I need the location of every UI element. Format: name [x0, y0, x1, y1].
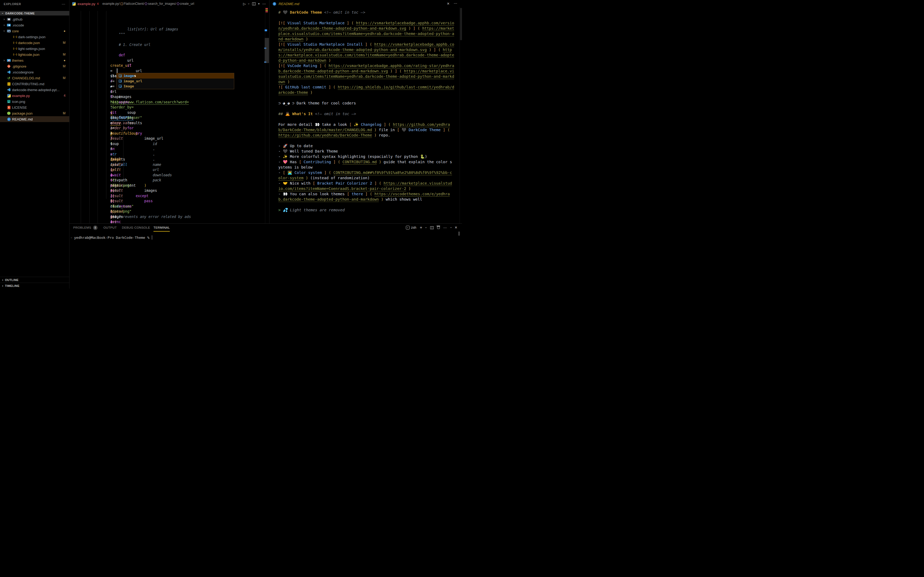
code-token: def — [110, 53, 127, 57]
file-row[interactable]: LICENSE — [0, 105, 69, 110]
scrollbar-slider[interactable] — [265, 38, 269, 63]
md-token: ( — [418, 26, 420, 31]
terminal-prompt-line[interactable]: ○ yedhrab@MacBook-Pro DarkCode-Theme % — [71, 235, 152, 240]
md-token: ) — [306, 37, 308, 41]
method-symbol-icon — [176, 2, 179, 5]
suggestion-item[interactable]: Image — [116, 84, 234, 89]
file-row[interactable]: .gitignore M — [0, 63, 69, 69]
code-line: list[str]: Url of images — [69, 11, 269, 16]
md-token: ![ — [278, 85, 283, 89]
editor-tab-label[interactable]: example.py — [78, 2, 95, 6]
suggestion-item[interactable]: images — [116, 73, 234, 79]
file-name: darkcode.json — [18, 41, 40, 45]
chevron-icon: › — [2, 30, 6, 32]
outline-label: OUTLINE — [5, 278, 18, 282]
markdown-line: [![ VsCode Rating ] ( https://vsmarketpl… — [278, 63, 454, 84]
md-token: ( — [447, 128, 450, 132]
file-row[interactable]: dark-settings.json — [0, 34, 69, 40]
file-row[interactable]: › .github — [0, 16, 69, 22]
file-row[interactable]: CHANGELOG.md M — [0, 75, 69, 81]
code-area[interactable]: list[str]: Url of images """ # 1. Create… — [69, 11, 269, 223]
chevron-right-icon: › — [2, 278, 3, 282]
md-token: ( — [370, 192, 372, 196]
run-python-file-icon[interactable]: ▷ — [243, 2, 246, 6]
code-token: list[str]: Url of images — [110, 27, 178, 31]
license-icon — [7, 105, 11, 110]
md-token: - 👀 You can also look themes — [278, 192, 347, 196]
file-row[interactable]: light-settings.json — [0, 46, 69, 52]
markdown-content[interactable]: # 🖤 DarkCode Theme <!— omit in toc —> [!… — [278, 10, 454, 218]
shell-name[interactable]: zsh — [411, 226, 416, 229]
breadcrumb-file[interactable]: example.py/ — [102, 2, 120, 6]
terminal-dropdown-chevron-icon[interactable]: › — [425, 227, 428, 228]
file-row[interactable]: › themes ● — [0, 57, 69, 63]
suggestion-label: image_url — [124, 79, 142, 83]
preview-tab-label[interactable]: README.md — [279, 2, 299, 6]
md-token: ( — [370, 42, 372, 47]
breadcrumb[interactable]: example.py/ FlatIconClient/ search_for_i… — [102, 2, 194, 6]
split-editor-icon[interactable] — [252, 2, 255, 5]
scrollbar-slider[interactable] — [460, 8, 462, 40]
breadcrumb-method[interactable]: search_for_images/ — [148, 2, 176, 6]
panel-tab[interactable]: DEBUG CONSOLE — [122, 224, 150, 232]
file-row[interactable]: .vscodeignore — [0, 69, 69, 75]
file-name: icon.png — [12, 100, 25, 104]
md-token: ] — [384, 122, 386, 127]
timeline-section[interactable]: › TIMELINE — [0, 283, 69, 288]
md-token: ) — [288, 80, 290, 84]
close-panel-icon[interactable]: × — [455, 225, 457, 230]
markdown-line: ⊃ ◕_◕ ⊃ Dark theme for cool coders — [278, 100, 454, 106]
code-token: try — [110, 131, 142, 135]
close-icon[interactable]: × — [447, 2, 449, 6]
image-icon — [7, 99, 11, 104]
split-terminal-icon[interactable] — [430, 226, 434, 229]
warning-marker — [265, 10, 268, 11]
file-row[interactable]: package.json M — [0, 110, 69, 116]
panel-more-icon[interactable]: ⋯ — [443, 226, 447, 230]
file-row[interactable]: darkcode.json M — [0, 40, 69, 46]
file-row[interactable]: darkcode-theme-adopted-pyt... — [0, 87, 69, 93]
code-token: # 1. Create url — [110, 43, 150, 47]
suggestion-variable-icon — [119, 80, 122, 82]
run-dropdown-chevron-icon[interactable]: › — [247, 3, 250, 4]
json-icon — [13, 52, 17, 56]
file-row[interactable]: › core ● — [0, 28, 69, 34]
code-token — [110, 105, 127, 109]
md-token: ( — [388, 122, 391, 127]
file-name: .github — [12, 18, 23, 21]
maximize-panel-icon[interactable]: › — [449, 227, 452, 228]
panel-tab[interactable]: OUTPUT — [103, 224, 117, 232]
file-name: package.json — [12, 111, 32, 115]
md-token: # — [278, 10, 283, 15]
info-icon — [272, 2, 276, 6]
terminal-shell-icon[interactable] — [406, 226, 410, 229]
file-row[interactable]: lightcode.json M — [0, 52, 69, 57]
chevron-icon: › — [3, 23, 6, 27]
code-token: images — [110, 215, 123, 219]
md-token: [![ — [278, 64, 285, 68]
editor-more-icon[interactable]: ⋯ — [262, 2, 266, 6]
md-token: ] — [329, 85, 331, 89]
outline-section[interactable]: › OUTLINE — [0, 277, 69, 283]
md-token: 👨‍💻 Color system — [288, 171, 322, 175]
file-row[interactable]: CONTRIBUTING.md — [0, 81, 69, 87]
file-row[interactable]: example.py 4 — [0, 93, 69, 98]
md-token: ) — [381, 197, 383, 201]
preview-more-icon[interactable]: ⋯ — [454, 2, 457, 6]
file-row[interactable]: icon.png — [0, 98, 69, 105]
explorer-more-icon[interactable]: ⋯ — [61, 2, 66, 6]
unsaved-dot-icon[interactable]: ● — [258, 2, 260, 5]
kill-terminal-icon[interactable] — [437, 226, 440, 229]
file-row[interactable]: README.md — [0, 116, 69, 122]
panel-tab[interactable]: TERMINAL — [153, 224, 170, 232]
breadcrumb-method[interactable]: create_url — [180, 2, 194, 6]
breadcrumb-class[interactable]: FlatIconClient/ — [124, 2, 144, 6]
terminal-scrollbar[interactable] — [458, 232, 460, 235]
project-section-header[interactable]: › DARKCODE-THEME — [0, 11, 69, 16]
suggestion-label: images — [124, 74, 136, 78]
suggestion-item[interactable]: image_url — [116, 79, 234, 84]
file-row[interactable]: › .vscode — [0, 22, 69, 28]
new-terminal-icon[interactable]: + — [420, 225, 422, 230]
panel-tab-label: PROBLEMS — [73, 226, 91, 229]
panel-tab[interactable]: PROBLEMS 8 — [73, 224, 98, 232]
